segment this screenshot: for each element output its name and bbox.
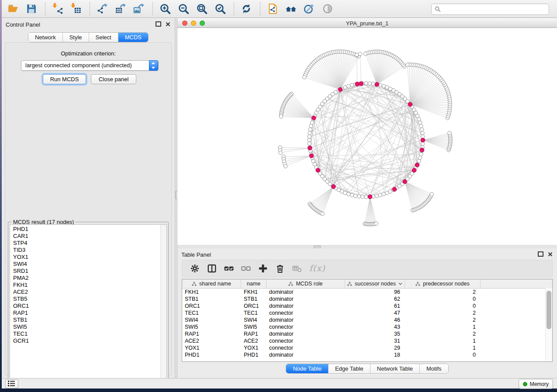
deselect-all-checkbox-icon[interactable] [241,264,251,273]
export-table-icon[interactable] [115,3,126,14]
table-cell[interactable]: 2 [405,316,481,323]
table-row[interactable]: RAP1RAP1dominator352 [182,330,552,337]
mcds-result-list[interactable]: PHD1CAR1STP4TID3YOX1SWI4SRD1PMA2FKH1ACE2… [10,224,167,383]
new-network-from-selection-icon[interactable] [267,3,278,14]
table-cell[interactable]: dominator [266,351,345,358]
table-cell[interactable]: ORC1 [241,303,266,309]
apply-function-icon[interactable]: f(x) [309,263,325,273]
close-panel-button[interactable]: Close panel [91,74,136,84]
scrollbar-thumb[interactable] [547,291,551,329]
mcds-result-item[interactable]: SWI4 [10,261,161,268]
mcds-result-scrollbar[interactable] [160,225,166,383]
table-cell[interactable]: TEC1 [241,309,266,316]
tab-node-table[interactable]: Node Table [286,364,329,373]
table-cell[interactable]: ACE2 [182,337,241,344]
table-cell[interactable]: ORC1 [182,303,241,309]
table-cell[interactable]: 31 [345,337,405,344]
table-cell[interactable]: 1 [405,344,481,351]
split-view-icon[interactable] [207,264,217,273]
tab-style[interactable]: Style [63,33,89,42]
tab-network[interactable]: Network [28,33,63,42]
table-row[interactable]: STB1STB1dominator620 [182,296,552,303]
table-row[interactable]: ORC1ORC1dominator610 [182,303,552,309]
table-cell[interactable]: 46 [345,316,405,323]
search-field[interactable] [431,3,549,15]
run-mcds-button[interactable]: Run MCDS [43,74,86,84]
table-cell[interactable]: dominator [266,330,345,337]
optimization-select[interactable]: largest connected component (undirected) [21,60,159,71]
add-row-icon[interactable] [258,264,268,273]
mcds-result-item[interactable]: SWI5 [10,323,161,330]
table-row[interactable]: ACE2ACE2connector311 [182,337,552,344]
table-scrollbar[interactable] [545,288,552,361]
tab-mcds[interactable]: MCDS [118,33,148,42]
mcds-result-item[interactable]: STP4 [10,240,161,247]
table-cell[interactable]: SWI4 [182,316,241,323]
mcds-result-item[interactable]: PMA2 [10,275,161,282]
column-header-shared-name[interactable]: shared name [182,279,241,288]
mcds-result-item[interactable]: TEC1 [10,330,161,337]
export-network-icon[interactable] [97,3,108,14]
show-graphics-details-icon[interactable] [322,3,333,14]
mcds-result-item[interactable]: STB5 [10,296,161,303]
select-all-checkbox-icon[interactable] [224,264,234,273]
table-row[interactable]: FKH1FKH1dominator962 [182,289,552,296]
table-cell[interactable]: connector [266,344,345,351]
table-cell[interactable]: 43 [345,323,405,330]
mcds-result-item[interactable]: STB1 [10,316,161,323]
table-row[interactable]: SWI5SWI5connector431 [182,323,552,330]
import-table-icon[interactable] [70,3,82,14]
table-cell[interactable]: 47 [345,309,405,316]
table-cell[interactable]: RAP1 [182,330,241,337]
first-neighbors-icon[interactable] [285,3,297,14]
table-cell[interactable]: 0 [405,296,481,303]
memory-button[interactable]: Memory [519,379,553,389]
table-cell[interactable]: connector [266,337,345,344]
mcds-result-item[interactable]: ACE2 [10,289,161,296]
save-icon[interactable] [26,3,37,14]
column-header-MCDS-role[interactable]: MCDS role [266,279,345,288]
column-header-successor-nodes[interactable]: successor nodes [345,279,405,288]
mcds-result-item[interactable]: CAR1 [10,233,161,240]
table-cell[interactable]: PHD1 [241,351,266,358]
tab-motifs[interactable]: Motifs [420,364,448,373]
table-cell[interactable]: YOX1 [241,344,266,351]
tab-edge-table[interactable]: Edge Table [329,364,370,373]
table-row[interactable]: YOX1YOX1connector291 [182,344,552,351]
tab-network-table[interactable]: Network Table [370,364,420,373]
mcds-result-item[interactable]: ORC1 [10,303,161,309]
table-cell[interactable]: 2 [405,330,481,337]
table-cell[interactable]: RAP1 [241,330,266,337]
table-cell[interactable]: PHD1 [182,351,241,358]
table-cell[interactable]: 18 [345,351,405,358]
table-cell[interactable]: STB1 [182,296,241,303]
close-panel-icon[interactable] [166,22,170,27]
table-cell[interactable]: dominator [266,303,345,309]
search-input[interactable] [443,4,547,14]
table-cell[interactable]: SWI5 [182,323,241,330]
table-cell[interactable]: connector [266,323,345,330]
table-cell[interactable]: 1 [405,337,481,344]
table-cell[interactable]: 29 [345,344,405,351]
float-panel-icon[interactable] [538,251,543,257]
trash-icon[interactable] [275,264,285,273]
table-cell[interactable]: 61 [345,303,405,309]
zoom-in-icon[interactable] [159,3,171,14]
open-icon[interactable] [7,3,19,14]
table-cell[interactable]: FKH1 [182,289,241,296]
zoom-fit-icon[interactable] [196,3,208,14]
table-cell[interactable]: FKH1 [241,289,266,296]
table-row[interactable]: TEC1TEC1connector472 [182,309,552,316]
gear-icon[interactable] [190,264,200,273]
mcds-result-item[interactable]: SRD1 [10,268,161,275]
table-cell[interactable]: YOX1 [182,344,241,351]
table-cell[interactable]: 2 [405,309,481,316]
zoom-selected-icon[interactable] [214,3,226,14]
mcds-result-item[interactable]: FKH1 [10,282,161,289]
import-network-icon[interactable] [52,3,63,14]
table-cell[interactable]: 35 [345,330,405,337]
mcds-result-item[interactable]: TID3 [10,247,161,254]
table-cell[interactable]: 2 [405,289,481,296]
show-panels-button[interactable] [5,379,18,389]
table-cell[interactable]: dominator [266,296,345,303]
